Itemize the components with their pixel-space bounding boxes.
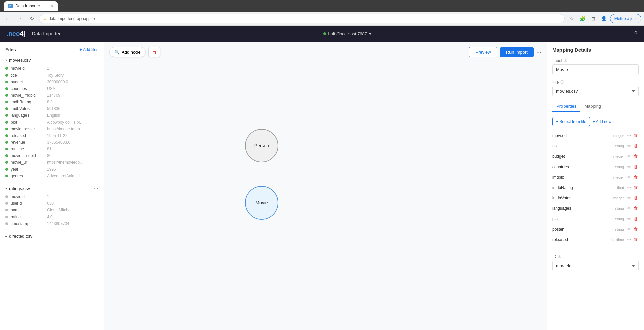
prop-delete-button[interactable]: 🗑: [633, 205, 639, 211]
more-options-button[interactable]: ···: [536, 49, 541, 56]
file-menu-ratings-icon[interactable]: ···: [94, 185, 98, 191]
prop-delete-button[interactable]: 🗑: [633, 226, 639, 232]
add-node-button[interactable]: 🔍 Add node: [109, 47, 146, 57]
profile-icon[interactable]: 👤: [599, 14, 609, 23]
prop-delete-button[interactable]: 🗑: [633, 163, 639, 170]
node-movie[interactable]: Movie: [245, 186, 278, 220]
field-dot: [5, 67, 8, 70]
prop-delete-button[interactable]: 🗑: [633, 143, 639, 149]
field-dot: [5, 209, 8, 211]
nav-bar: ← → ↻ ⚠ data-importer.graphapp.io ☆ 🧩 ⊡ …: [0, 12, 644, 26]
run-import-button[interactable]: Run Import: [500, 47, 534, 57]
tab-close-icon[interactable]: ×: [51, 3, 54, 9]
field-dot: [5, 222, 8, 225]
field-name: released: [11, 133, 44, 138]
delete-button[interactable]: 🗑: [148, 47, 160, 57]
table-row: languages string ✏ 🗑: [552, 203, 639, 213]
prop-edit-button[interactable]: ✏: [627, 226, 632, 232]
field-name: languages: [11, 113, 44, 118]
help-icon[interactable]: ?: [634, 31, 637, 37]
prop-name: title: [552, 144, 613, 148]
table-row: movieId integer ✏ 🗑: [552, 131, 639, 140]
field-value: Adventure|Animati...: [47, 174, 83, 178]
logo-neo: .neo: [7, 30, 20, 37]
list-item: name Glenn Mitchell: [5, 207, 104, 214]
prop-delete-button[interactable]: 🗑: [633, 132, 639, 139]
field-name: year: [11, 167, 44, 172]
prop-type: string: [615, 217, 624, 221]
file-section-directed: ▸ directed.csv ···: [0, 231, 104, 241]
label-info-icon[interactable]: ⓘ: [564, 58, 567, 63]
prop-delete-button[interactable]: 🗑: [633, 174, 639, 180]
prop-delete-button[interactable]: 🗑: [633, 236, 639, 243]
tab-mapping[interactable]: Mapping: [580, 101, 605, 112]
file-info-icon[interactable]: ⓘ: [560, 80, 564, 85]
extensions-icon[interactable]: 🧩: [578, 14, 587, 23]
preview-button[interactable]: Preview: [469, 47, 497, 57]
node-person[interactable]: Person: [245, 129, 278, 162]
prop-edit-button[interactable]: ✏: [627, 184, 632, 191]
address-bar[interactable]: ⚠ data-importer.graphapp.io: [39, 14, 565, 23]
id-select[interactable]: movieId: [552, 261, 639, 271]
logo-4j: 4j: [20, 30, 25, 37]
file-menu-directed-icon[interactable]: ···: [94, 233, 98, 239]
prop-delete-button[interactable]: 🗑: [633, 195, 639, 201]
add-new-button[interactable]: + Add new: [593, 117, 611, 126]
prop-edit-button[interactable]: ✏: [627, 205, 632, 211]
nav-refresh-button[interactable]: ↻: [27, 14, 36, 23]
prop-delete-button[interactable]: 🗑: [633, 184, 639, 191]
tab-properties[interactable]: Properties: [552, 101, 580, 112]
nav-back-button[interactable]: ←: [3, 14, 12, 23]
prop-edit-button[interactable]: ✏: [627, 132, 632, 139]
update-button[interactable]: Mettre à jour: [610, 14, 641, 23]
prop-edit-button[interactable]: ✏: [627, 195, 632, 201]
id-info-icon[interactable]: ⓘ: [558, 254, 561, 259]
prop-edit-button[interactable]: ✏: [627, 216, 632, 222]
id-label: ID ⓘ: [552, 254, 639, 259]
field-name: plot: [11, 120, 44, 125]
prop-delete-button[interactable]: 🗑: [633, 216, 639, 222]
prop-edit-button[interactable]: ✏: [627, 174, 632, 180]
nav-forward-button[interactable]: →: [15, 14, 24, 23]
field-dot: [5, 148, 8, 150]
select-from-file-button[interactable]: + Select from file: [552, 117, 590, 126]
prop-edit-button[interactable]: ✏: [627, 236, 632, 243]
label-input[interactable]: [552, 64, 639, 75]
field-dot: [5, 141, 8, 144]
add-files-button[interactable]: + Add files: [79, 47, 98, 52]
field-dot: [5, 94, 8, 97]
file-section-movies: ▾ movies.csv ··· movieId 1 title Toy Sto…: [0, 55, 104, 182]
field-name: genres: [11, 174, 44, 178]
file-section-movies-header[interactable]: ▾ movies.csv ···: [0, 55, 104, 65]
field-dot: [5, 128, 8, 130]
field-dot: [5, 114, 8, 117]
file-menu-movies-icon[interactable]: ···: [94, 57, 98, 63]
browser-tab[interactable]: D Data Importer ×: [4, 1, 58, 11]
prop-edit-button[interactable]: ✏: [627, 163, 632, 170]
sidebar-toggle-icon[interactable]: ⊡: [589, 14, 598, 23]
table-row: imdbRating float ✏ 🗑: [552, 183, 639, 192]
connection-status[interactable]: bolt://localhost:7687 ▾: [323, 31, 371, 36]
props-actions: + Select from file + Add new: [552, 117, 639, 126]
favicon-icon: D: [8, 4, 13, 8]
browser-chrome: D Data Importer × +: [0, 0, 644, 12]
file-section-ratings-header[interactable]: ▾ ratings.csv ···: [0, 183, 104, 193]
new-tab-button[interactable]: +: [60, 3, 64, 10]
prop-type: string: [615, 227, 624, 231]
field-value: 8.3: [47, 100, 53, 104]
field-value: Toy Story: [47, 73, 64, 78]
bookmark-icon[interactable]: ☆: [567, 14, 577, 23]
prop-edit-button[interactable]: ✏: [627, 153, 632, 159]
file-name-movies: movies.csv: [9, 58, 31, 63]
prop-edit-button[interactable]: ✏: [627, 143, 632, 149]
node-person-label: Person: [254, 143, 269, 148]
prop-name: movieId: [552, 133, 611, 138]
field-value: 30000000.0: [47, 80, 68, 84]
prop-delete-button[interactable]: 🗑: [633, 153, 639, 159]
file-select[interactable]: movies.csv: [552, 86, 639, 96]
prop-name: imdbVotes: [552, 196, 611, 200]
file-section-directed-header[interactable]: ▸ directed.csv ···: [0, 231, 104, 241]
file-name-ratings: ratings.csv: [9, 186, 30, 191]
field-value: 862: [47, 153, 54, 158]
chevron-right-icon: ▸: [5, 234, 7, 238]
